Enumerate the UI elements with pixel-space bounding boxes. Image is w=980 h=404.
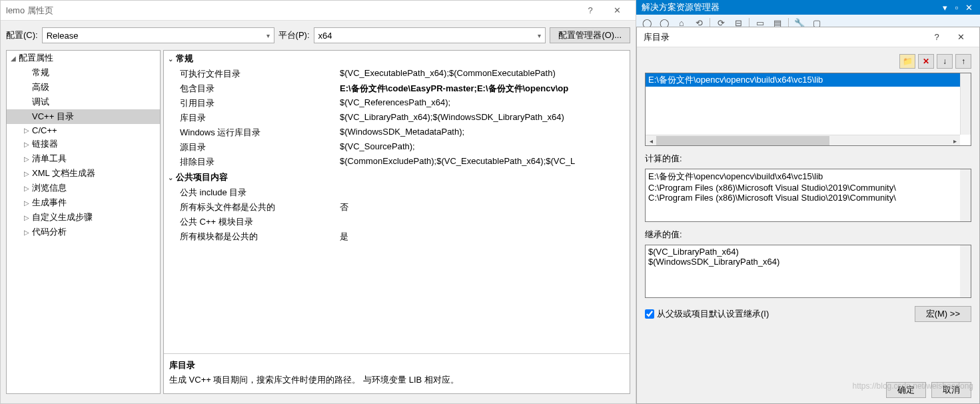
- property-row[interactable]: 引用目录$(VC_ReferencesPath_x64);: [164, 96, 630, 111]
- property-value[interactable]: [340, 187, 630, 199]
- property-value[interactable]: $(VC_ReferencesPath_x64);: [340, 97, 630, 109]
- description-panel: 库目录 生成 VC++ 项目期间，搜索库文件时使用的路径。 与环境变量 LIB …: [164, 353, 630, 393]
- tree-item-label: 调试: [32, 96, 49, 108]
- property-row[interactable]: 所有标头文件都是公共的否: [164, 200, 630, 215]
- property-value[interactable]: [340, 216, 630, 228]
- property-name: 所有标头文件都是公共的: [180, 201, 340, 213]
- tree-item[interactable]: ▷XML 文档生成器: [7, 166, 160, 181]
- tree-item[interactable]: 高级: [7, 80, 160, 95]
- property-value[interactable]: $(VC_LibraryPath_x64);$(WindowsSDK_Libra…: [340, 112, 630, 124]
- tree-panel[interactable]: ◢ 配置属性 常规高级调试VC++ 目录▷C/C++▷链接器▷清单工具▷XML …: [6, 50, 161, 394]
- cancel-button[interactable]: 取消: [931, 382, 971, 398]
- property-name: 公共 include 目录: [180, 187, 340, 199]
- tree-item[interactable]: ▷C/C++: [7, 124, 160, 137]
- tree-item-label: 浏览信息: [32, 182, 67, 194]
- scroll-right-icon[interactable]: ▸: [949, 135, 960, 146]
- property-row[interactable]: 排除目录$(CommonExcludePath);$(VC_Executable…: [164, 155, 630, 169]
- property-row[interactable]: 库目录$(VC_LibraryPath_x64);$(WindowsSDK_Li…: [164, 111, 630, 125]
- caret-down-icon: ⌄: [168, 55, 173, 63]
- path-list[interactable]: E:\备份文件\opencv\opencv\build\x64\vc15\lib…: [645, 73, 971, 146]
- help-button[interactable]: ?: [925, 28, 949, 47]
- close-button[interactable]: ✕: [949, 28, 973, 47]
- property-row[interactable]: 公共 include 目录: [164, 185, 630, 200]
- tree-item[interactable]: 调试: [7, 95, 160, 109]
- tree-item[interactable]: 常规: [7, 65, 160, 80]
- group-public[interactable]: ⌄ 公共项目内容: [164, 169, 630, 185]
- move-down-icon[interactable]: ↓: [937, 54, 953, 69]
- ok-button[interactable]: 确定: [886, 382, 926, 398]
- property-name: 排除目录: [180, 156, 340, 168]
- property-row[interactable]: 公共 C++ 模块目录: [164, 215, 630, 229]
- tree-item-label: 链接器: [32, 138, 58, 150]
- new-folder-icon[interactable]: 📁: [899, 54, 915, 69]
- caret-right-icon: ▷: [24, 155, 31, 163]
- tree-item[interactable]: ▷浏览信息: [7, 181, 160, 195]
- platform-label: 平台(P):: [278, 29, 310, 41]
- vertical-scrollbar[interactable]: [960, 169, 971, 221]
- lib-title-bar: 库目录 ? ✕: [637, 27, 979, 47]
- tree-item[interactable]: ▷自定义生成步骤: [7, 210, 160, 225]
- dropdown-icon[interactable]: ▾: [939, 3, 951, 13]
- tree-item[interactable]: ▷代码分析: [7, 225, 160, 239]
- group-general[interactable]: ⌄ 常规: [164, 51, 630, 67]
- property-value[interactable]: 否: [340, 201, 630, 213]
- pin-icon[interactable]: ▫: [951, 3, 963, 13]
- tree-item[interactable]: VC++ 目录: [7, 109, 160, 124]
- property-row[interactable]: 可执行文件目录$(VC_ExecutablePath_x64);$(Common…: [164, 67, 630, 81]
- calculated-values-box[interactable]: E:\备份文件\opencv\opencv\build\x64\vc15\lib…: [645, 169, 971, 222]
- tree-item-label: 生成事件: [32, 197, 67, 209]
- config-manager-button[interactable]: 配置管理器(O)...: [550, 27, 630, 43]
- caret-down-icon: ⌄: [168, 174, 173, 181]
- vertical-scrollbar[interactable]: [960, 73, 971, 135]
- property-row[interactable]: 包含目录E:\备份文件\code\EasyPR-master;E:\备份文件\o…: [164, 81, 630, 96]
- chevron-down-icon: ▾: [266, 32, 270, 39]
- help-button[interactable]: ?: [577, 1, 604, 20]
- platform-dropdown[interactable]: x64 ▾: [314, 27, 546, 43]
- config-dropdown[interactable]: Release ▾: [42, 27, 274, 43]
- inherit-checkbox[interactable]: [645, 309, 654, 319]
- path-entry[interactable]: E:\备份文件\opencv\opencv\build\x64\vc15\lib: [646, 73, 971, 87]
- property-row[interactable]: 所有模块都是公共的是: [164, 229, 630, 244]
- calc-value: C:\Program Files (x86)\Microsoft Visual …: [648, 193, 968, 203]
- property-value[interactable]: $(VC_SourcePath);: [340, 141, 630, 153]
- macro-button[interactable]: 宏(M) >>: [915, 306, 971, 322]
- move-up-icon[interactable]: ↑: [955, 54, 971, 69]
- close-icon[interactable]: ✕: [963, 3, 975, 13]
- property-name: 库目录: [180, 112, 340, 124]
- caret-down-icon: ◢: [11, 55, 17, 62]
- tree-item[interactable]: ▷链接器: [7, 137, 160, 151]
- property-value[interactable]: $(WindowsSDK_MetadataPath);: [340, 127, 630, 139]
- vertical-scrollbar[interactable]: [960, 245, 971, 297]
- dialog-buttons: 确定 取消: [637, 377, 979, 403]
- tree-root-label: 配置属性: [19, 52, 53, 64]
- config-label: 配置(C):: [6, 29, 38, 41]
- tree-item-label: 高级: [32, 81, 49, 93]
- tree-item[interactable]: ▷生成事件: [7, 195, 160, 210]
- caret-right-icon: ▷: [24, 229, 31, 236]
- caret-right-icon: ▷: [24, 127, 31, 134]
- property-name: 公共 C++ 模块目录: [180, 216, 340, 228]
- caret-right-icon: ▷: [24, 185, 31, 192]
- property-name: 源目录: [180, 141, 340, 153]
- scrollbar-thumb[interactable]: [656, 136, 829, 145]
- tree-root[interactable]: ◢ 配置属性: [7, 51, 160, 65]
- caret-right-icon: ▷: [24, 214, 31, 221]
- property-value[interactable]: $(VC_ExecutablePath_x64);$(CommonExecuta…: [340, 68, 630, 80]
- scroll-left-icon[interactable]: ◂: [646, 135, 656, 146]
- tree-item[interactable]: ▷清单工具: [7, 151, 160, 166]
- property-row[interactable]: 源目录$(VC_SourcePath);: [164, 140, 630, 155]
- property-value[interactable]: E:\备份文件\code\EasyPR-master;E:\备份文件\openc…: [340, 83, 630, 95]
- property-value[interactable]: $(CommonExcludePath);$(VC_ExecutablePath…: [340, 156, 630, 168]
- property-row[interactable]: Windows 运行库目录$(WindowsSDK_MetadataPath);: [164, 125, 630, 140]
- close-button[interactable]: ✕: [604, 1, 630, 20]
- inherit-checkbox-label[interactable]: 从父级或项目默认设置继承(I): [645, 308, 909, 320]
- inherited-values-box[interactable]: $(VC_LibraryPath_x64)$(WindowsSDK_Librar…: [645, 245, 971, 298]
- tree-item-label: 常规: [32, 67, 49, 79]
- property-value[interactable]: 是: [340, 231, 630, 243]
- horizontal-scrollbar[interactable]: ◂ ▸: [646, 135, 960, 145]
- delete-icon[interactable]: ✕: [918, 54, 934, 69]
- lib-body: 📁 ✕ ↓ ↑ E:\备份文件\opencv\opencv\build\x64\…: [637, 47, 979, 377]
- inherit-checkbox-text: 从父级或项目默认设置继承(I): [657, 308, 769, 320]
- config-bar: 配置(C): Release ▾ 平台(P): x64 ▾ 配置管理器(O)..…: [1, 21, 636, 50]
- property-list[interactable]: ⌄ 常规 可执行文件目录$(VC_ExecutablePath_x64);$(C…: [164, 51, 630, 353]
